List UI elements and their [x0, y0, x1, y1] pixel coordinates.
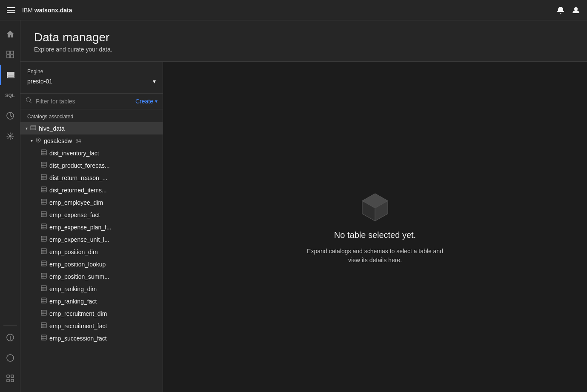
table-item[interactable]: dist_returned_items...	[20, 184, 163, 196]
sidebar-bottom	[0, 323, 20, 389]
sidebar-item-history[interactable]	[0, 106, 20, 126]
table-icon	[41, 310, 47, 317]
user-avatar-icon[interactable]	[572, 6, 580, 14]
table-icon	[41, 248, 47, 255]
table-item[interactable]: dist_return_reason_...	[20, 172, 163, 184]
empty-state: No table selected yet. Expand catalogs a…	[301, 189, 450, 265]
svg-rect-53	[41, 249, 46, 254]
table-item[interactable]: emp_ranking_dim	[20, 283, 163, 295]
table-icon	[41, 162, 47, 169]
create-button[interactable]: Create ▾	[135, 98, 157, 105]
main-layout: SQL	[0, 20, 587, 392]
table-icon	[41, 174, 47, 181]
tree-container[interactable]: ▾ hive_data ▾	[20, 122, 163, 392]
svg-rect-77	[41, 323, 46, 328]
page-header: Data manager Explore and curate your dat…	[20, 20, 587, 62]
table-icon	[41, 149, 47, 157]
table-item[interactable]: emp_expense_unit_l...	[20, 233, 163, 246]
left-panel: Engine presto-01 ▾ Create	[20, 62, 163, 392]
svg-rect-37	[41, 199, 46, 204]
table-label: emp_recruitment_dim	[49, 310, 107, 317]
table-icon	[41, 273, 47, 280]
table-label: emp_position_dim	[49, 249, 98, 255]
svg-rect-5	[11, 51, 14, 54]
sidebar: SQL	[0, 20, 20, 392]
table-item[interactable]: emp_position_summ...	[20, 270, 163, 283]
svg-rect-45	[41, 224, 46, 229]
svg-rect-2	[7, 12, 15, 13]
table-label: emp_position_lookup	[49, 261, 106, 268]
svg-rect-1	[7, 10, 15, 11]
notification-icon[interactable]	[556, 6, 565, 14]
empty-state-title: No table selected yet.	[334, 230, 416, 240]
svg-point-3	[574, 7, 578, 11]
table-label: emp_expense_plan_f...	[49, 224, 112, 231]
sidebar-item-grid[interactable]	[0, 44, 20, 65]
table-item[interactable]: dist_product_forecas...	[20, 159, 163, 172]
catalog-icon	[30, 125, 36, 132]
schema-label: gosalesdw	[44, 137, 72, 144]
table-item[interactable]: emp_employee_dim	[20, 196, 163, 209]
sidebar-item-info[interactable]	[0, 327, 20, 348]
topnav: IBM watsonx.data	[0, 0, 587, 20]
svg-rect-61	[41, 273, 46, 278]
catalog-item-hive-data[interactable]: ▾ hive_data	[20, 122, 163, 134]
table-item[interactable]: emp_expense_plan_f...	[20, 221, 163, 233]
table-item[interactable]: emp_recruitment_dim	[20, 307, 163, 320]
empty-state-subtitle: Expand catalogs and schemas to select a …	[301, 247, 450, 265]
hamburger-menu[interactable]	[7, 6, 15, 14]
svg-rect-12	[7, 375, 9, 378]
create-chevron-icon: ▾	[155, 98, 157, 104]
table-item[interactable]: emp_ranking_fact	[20, 295, 163, 307]
search-input[interactable]	[36, 98, 132, 105]
table-label: emp_expense_unit_l...	[49, 236, 109, 243]
table-label: dist_returned_items...	[49, 187, 107, 194]
table-label: dist_return_reason_...	[49, 175, 107, 181]
table-label: emp_ranking_fact	[49, 298, 97, 305]
engine-label: Engine	[27, 69, 156, 74]
table-item[interactable]: emp_succession_fact	[20, 332, 163, 344]
table-item[interactable]: emp_expense_fact	[20, 209, 163, 221]
engine-chevron-icon: ▾	[153, 78, 156, 85]
svg-rect-4	[7, 51, 10, 54]
schema-icon	[35, 137, 41, 144]
svg-rect-69	[41, 298, 46, 303]
svg-rect-41	[41, 212, 46, 217]
right-panel: No table selected yet. Expand catalogs a…	[163, 62, 587, 392]
table-item[interactable]: emp_position_dim	[20, 246, 163, 258]
topnav-icons	[556, 6, 580, 14]
sidebar-item-favorites[interactable]	[0, 348, 20, 368]
table-icon	[41, 199, 47, 206]
sidebar-item-more[interactable]	[0, 368, 20, 389]
svg-rect-0	[7, 7, 15, 8]
table-icon	[41, 236, 47, 243]
page-subtitle: Explore and curate your data.	[34, 46, 573, 53]
schema-count-badge: 64	[75, 138, 81, 144]
schema-item-gosalesdw[interactable]: ▾ gosalesdw 64	[20, 134, 163, 147]
svg-rect-65	[41, 286, 46, 291]
engine-dropdown[interactable]: presto-01 ▾	[27, 76, 156, 86]
table-label: emp_ranking_dim	[49, 286, 97, 292]
engine-section: Engine presto-01 ▾	[20, 62, 163, 94]
svg-point-11	[7, 355, 14, 361]
svg-rect-57	[41, 261, 46, 266]
app-title: IBM watsonx.data	[22, 7, 72, 14]
sidebar-item-home[interactable]	[0, 24, 20, 44]
table-label: emp_position_summ...	[49, 273, 109, 280]
sidebar-item-sql[interactable]: SQL	[0, 85, 20, 106]
svg-rect-21	[41, 150, 46, 155]
svg-rect-13	[11, 375, 14, 378]
content-split: Engine presto-01 ▾ Create	[20, 62, 587, 392]
table-label: dist_inventory_fact	[49, 150, 99, 157]
table-item[interactable]: emp_position_lookup	[20, 258, 163, 270]
sidebar-item-governance[interactable]	[0, 126, 20, 146]
table-item[interactable]: dist_inventory_fact	[20, 147, 163, 159]
table-label: emp_employee_dim	[49, 199, 103, 206]
table-item[interactable]: emp_recruitment_fact	[20, 320, 163, 332]
table-label: emp_succession_fact	[49, 335, 107, 342]
table-icon	[41, 186, 47, 194]
table-icon	[41, 223, 47, 231]
catalog-chevron-icon: ▾	[26, 126, 28, 131]
table-icon	[41, 285, 47, 292]
sidebar-item-data-manager[interactable]	[0, 65, 20, 85]
